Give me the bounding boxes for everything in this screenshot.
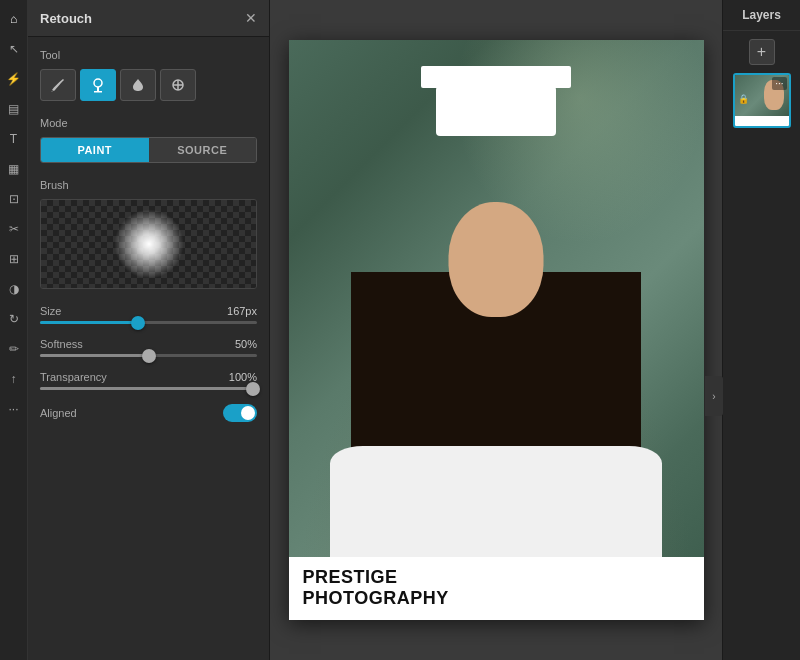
layers-title: Layers <box>742 8 781 22</box>
expand-area: › <box>723 132 800 660</box>
refresh-icon[interactable]: ↻ <box>3 308 25 330</box>
retouch-content: Tool <box>28 37 269 660</box>
retouch-header: Retouch ✕ <box>28 0 269 37</box>
layer-lock-icon: 🔒 <box>738 94 749 104</box>
circle-icon[interactable]: ◑ <box>3 278 25 300</box>
size-fill <box>40 321 138 324</box>
watermark-line2: PHOTOGRAPHY <box>303 588 449 608</box>
brush-preview-inner <box>41 200 256 288</box>
softness-value: 50% <box>235 338 257 350</box>
source-mode-button[interactable]: SOURCE <box>149 138 257 162</box>
layer-thumb-bottom <box>735 116 789 126</box>
aligned-label: Aligned <box>40 407 77 419</box>
size-slider-container: Size 167px <box>40 305 257 324</box>
transparency-slider-container: Transparency 100% <box>40 371 257 390</box>
pattern-icon[interactable]: ▦ <box>3 158 25 180</box>
size-row: Size 167px <box>40 305 257 317</box>
size-label: Size <box>40 305 61 317</box>
hat-brim <box>421 66 571 88</box>
photo-face <box>449 202 544 317</box>
size-track[interactable] <box>40 321 257 324</box>
brush-label: Brush <box>40 179 257 191</box>
layer-thumbnail[interactable]: ··· 🔒 <box>733 73 791 128</box>
softness-fill <box>40 354 149 357</box>
transparency-label: Transparency <box>40 371 107 383</box>
retouch-panel: Retouch ✕ Tool <box>28 0 270 660</box>
heal-tool-button[interactable] <box>120 69 156 101</box>
layer-options-button[interactable]: ··· <box>772 77 786 90</box>
aligned-toggle[interactable] <box>223 404 257 422</box>
canvas-area[interactable]: PRESTIGE PHOTOGRAPHY <box>270 0 722 660</box>
svg-rect-2 <box>94 91 102 93</box>
softness-track[interactable] <box>40 354 257 357</box>
add-layer-button[interactable]: + <box>749 39 775 65</box>
mode-row: PAINT SOURCE <box>40 137 257 163</box>
layers-icon[interactable]: ▤ <box>3 98 25 120</box>
watermark-text: PRESTIGE PHOTOGRAPHY <box>303 567 690 610</box>
panel-title: Retouch <box>40 11 92 26</box>
lightning-icon[interactable]: ⚡ <box>3 68 25 90</box>
scissors-icon[interactable]: ✂ <box>3 218 25 240</box>
brush-tool-button[interactable] <box>40 69 76 101</box>
size-thumb[interactable] <box>131 316 145 330</box>
softness-label: Softness <box>40 338 83 350</box>
canvas-image: PRESTIGE PHOTOGRAPHY <box>289 40 704 620</box>
sliders-icon[interactable]: ⊞ <box>3 248 25 270</box>
transparency-row: Transparency 100% <box>40 371 257 383</box>
softness-slider-container: Softness 50% <box>40 338 257 357</box>
toggle-knob <box>241 406 255 420</box>
close-button[interactable]: ✕ <box>245 10 257 26</box>
tool-label: Tool <box>40 49 257 61</box>
brush-glow <box>114 209 184 279</box>
size-value: 167px <box>227 305 257 317</box>
aligned-row: Aligned <box>40 404 257 422</box>
transparency-fill <box>40 387 253 390</box>
expand-button[interactable]: › <box>705 376 723 416</box>
transparency-thumb[interactable] <box>246 382 260 396</box>
pen-icon[interactable]: ✏ <box>3 338 25 360</box>
home-icon[interactable]: ⌂ <box>3 8 25 30</box>
patch-tool-button[interactable] <box>160 69 196 101</box>
cursor-icon[interactable]: ↖ <box>3 38 25 60</box>
svg-point-0 <box>94 79 102 87</box>
canvas-photo <box>289 40 704 620</box>
up-arrow-icon[interactable]: ↑ <box>3 368 25 390</box>
transparency-track[interactable] <box>40 387 257 390</box>
layers-panel: Layers + ··· 🔒 › <box>722 0 800 660</box>
watermark-line1: PRESTIGE <box>303 567 398 587</box>
crop-icon[interactable]: ⊡ <box>3 188 25 210</box>
softness-thumb[interactable] <box>142 349 156 363</box>
canvas-watermark: PRESTIGE PHOTOGRAPHY <box>289 557 704 620</box>
tool-row <box>40 69 257 101</box>
more-dots-icon[interactable]: ··· <box>3 398 25 420</box>
stamp-tool-button[interactable] <box>80 69 116 101</box>
layers-header: Layers <box>723 0 800 31</box>
mode-label: Mode <box>40 117 257 129</box>
paint-mode-button[interactable]: PAINT <box>41 138 149 162</box>
brush-preview <box>40 199 257 289</box>
left-toolbar: ⌂ ↖ ⚡ ▤ T ▦ ⊡ ✂ ⊞ ◑ ↻ ✏ ↑ ··· <box>0 0 28 660</box>
text-icon[interactable]: T <box>3 128 25 150</box>
graduation-hat <box>436 86 556 136</box>
